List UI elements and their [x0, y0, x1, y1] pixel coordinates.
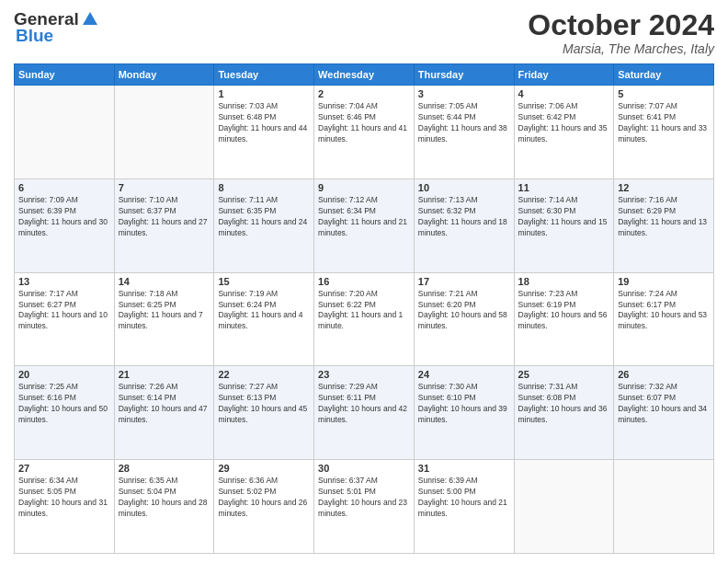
table-row: 21Sunrise: 7:26 AM Sunset: 6:14 PM Dayli…	[114, 366, 214, 460]
day-number: 5	[618, 88, 710, 99]
day-number: 4	[518, 88, 610, 99]
table-row: 31Sunrise: 6:39 AM Sunset: 5:00 PM Dayli…	[414, 460, 514, 554]
day-number: 31	[418, 463, 510, 474]
table-row: 25Sunrise: 7:31 AM Sunset: 6:08 PM Dayli…	[514, 366, 614, 460]
day-number: 19	[618, 276, 710, 287]
table-row: 28Sunrise: 6:35 AM Sunset: 5:04 PM Dayli…	[114, 460, 214, 554]
day-number: 24	[418, 369, 510, 380]
col-sunday: Sunday	[15, 64, 115, 86]
page: General Blue October 2024 Marsia, The Ma…	[0, 0, 728, 563]
day-number: 2	[318, 88, 410, 99]
table-row: 11Sunrise: 7:14 AM Sunset: 6:30 PM Dayli…	[514, 178, 614, 272]
day-info: Sunrise: 7:16 AM Sunset: 6:29 PM Dayligh…	[618, 195, 710, 239]
table-row: 24Sunrise: 7:30 AM Sunset: 6:10 PM Dayli…	[414, 366, 514, 460]
table-row: 12Sunrise: 7:16 AM Sunset: 6:29 PM Dayli…	[614, 178, 714, 272]
title-section: October 2024 Marsia, The Marches, Italy	[528, 9, 714, 56]
table-row: 9Sunrise: 7:12 AM Sunset: 6:34 PM Daylig…	[314, 178, 415, 272]
logo: General Blue	[14, 9, 99, 46]
table-row: 18Sunrise: 7:23 AM Sunset: 6:19 PM Dayli…	[514, 272, 614, 366]
day-info: Sunrise: 6:34 AM Sunset: 5:05 PM Dayligh…	[18, 476, 110, 520]
day-info: Sunrise: 7:10 AM Sunset: 6:37 PM Dayligh…	[119, 195, 210, 239]
logo-blue: Blue	[16, 26, 53, 46]
col-thursday: Thursday	[414, 64, 514, 86]
day-number: 16	[318, 276, 410, 287]
table-row: 19Sunrise: 7:24 AM Sunset: 6:17 PM Dayli…	[614, 272, 714, 366]
calendar-header-row: Sunday Monday Tuesday Wednesday Thursday…	[15, 64, 714, 86]
calendar-week-row: 13Sunrise: 7:17 AM Sunset: 6:27 PM Dayli…	[15, 272, 714, 366]
calendar-week-row: 1Sunrise: 7:03 AM Sunset: 6:48 PM Daylig…	[15, 86, 714, 179]
table-row: 30Sunrise: 6:37 AM Sunset: 5:01 PM Dayli…	[314, 460, 415, 554]
col-saturday: Saturday	[614, 64, 714, 86]
day-number: 12	[618, 182, 710, 193]
day-info: Sunrise: 7:05 AM Sunset: 6:44 PM Dayligh…	[418, 101, 510, 145]
table-row: 3Sunrise: 7:05 AM Sunset: 6:44 PM Daylig…	[414, 86, 514, 179]
day-number: 1	[218, 88, 310, 99]
day-number: 15	[218, 276, 310, 287]
day-number: 17	[418, 276, 510, 287]
day-number: 25	[518, 369, 610, 380]
table-row: 27Sunrise: 6:34 AM Sunset: 5:05 PM Dayli…	[15, 460, 115, 554]
table-row: 13Sunrise: 7:17 AM Sunset: 6:27 PM Dayli…	[15, 272, 115, 366]
table-row: 17Sunrise: 7:21 AM Sunset: 6:20 PM Dayli…	[414, 272, 514, 366]
col-wednesday: Wednesday	[314, 64, 415, 86]
table-row: 6Sunrise: 7:09 AM Sunset: 6:39 PM Daylig…	[15, 178, 115, 272]
day-number: 23	[318, 369, 410, 380]
day-number: 18	[518, 276, 610, 287]
table-row	[114, 86, 214, 179]
day-number: 29	[218, 463, 310, 474]
day-info: Sunrise: 7:18 AM Sunset: 6:25 PM Dayligh…	[119, 289, 210, 333]
day-info: Sunrise: 7:25 AM Sunset: 6:16 PM Dayligh…	[18, 382, 110, 426]
day-info: Sunrise: 7:14 AM Sunset: 6:30 PM Dayligh…	[518, 195, 610, 239]
col-tuesday: Tuesday	[214, 64, 314, 86]
day-number: 10	[418, 182, 510, 193]
table-row: 1Sunrise: 7:03 AM Sunset: 6:48 PM Daylig…	[214, 86, 314, 179]
day-info: Sunrise: 7:09 AM Sunset: 6:39 PM Dayligh…	[18, 195, 110, 239]
month-title: October 2024	[528, 9, 714, 41]
day-number: 14	[119, 276, 210, 287]
day-info: Sunrise: 7:29 AM Sunset: 6:11 PM Dayligh…	[318, 382, 410, 426]
table-row: 5Sunrise: 7:07 AM Sunset: 6:41 PM Daylig…	[614, 86, 714, 179]
day-info: Sunrise: 7:07 AM Sunset: 6:41 PM Dayligh…	[618, 101, 710, 145]
svg-marker-0	[83, 12, 97, 25]
table-row: 10Sunrise: 7:13 AM Sunset: 6:32 PM Dayli…	[414, 178, 514, 272]
day-info: Sunrise: 7:17 AM Sunset: 6:27 PM Dayligh…	[18, 289, 110, 333]
location: Marsia, The Marches, Italy	[528, 41, 714, 56]
table-row: 8Sunrise: 7:11 AM Sunset: 6:35 PM Daylig…	[214, 178, 314, 272]
day-info: Sunrise: 7:30 AM Sunset: 6:10 PM Dayligh…	[418, 382, 510, 426]
day-info: Sunrise: 7:32 AM Sunset: 6:07 PM Dayligh…	[618, 382, 710, 426]
day-info: Sunrise: 6:37 AM Sunset: 5:01 PM Dayligh…	[318, 476, 410, 520]
day-number: 3	[418, 88, 510, 99]
day-number: 21	[119, 369, 210, 380]
day-info: Sunrise: 7:31 AM Sunset: 6:08 PM Dayligh…	[518, 382, 610, 426]
table-row: 15Sunrise: 7:19 AM Sunset: 6:24 PM Dayli…	[214, 272, 314, 366]
table-row: 2Sunrise: 7:04 AM Sunset: 6:46 PM Daylig…	[314, 86, 415, 179]
logo-icon	[81, 10, 99, 29]
day-info: Sunrise: 7:23 AM Sunset: 6:19 PM Dayligh…	[518, 289, 610, 333]
calendar-week-row: 27Sunrise: 6:34 AM Sunset: 5:05 PM Dayli…	[15, 460, 714, 554]
table-row	[614, 460, 714, 554]
calendar-table: Sunday Monday Tuesday Wednesday Thursday…	[14, 63, 714, 554]
day-number: 20	[18, 369, 110, 380]
day-info: Sunrise: 6:36 AM Sunset: 5:02 PM Dayligh…	[218, 476, 310, 520]
day-info: Sunrise: 7:21 AM Sunset: 6:20 PM Dayligh…	[418, 289, 510, 333]
day-number: 13	[18, 276, 110, 287]
day-info: Sunrise: 7:06 AM Sunset: 6:42 PM Dayligh…	[518, 101, 610, 145]
day-number: 26	[618, 369, 710, 380]
day-info: Sunrise: 7:26 AM Sunset: 6:14 PM Dayligh…	[119, 382, 210, 426]
day-info: Sunrise: 7:24 AM Sunset: 6:17 PM Dayligh…	[618, 289, 710, 333]
day-number: 8	[218, 182, 310, 193]
day-number: 6	[18, 182, 110, 193]
day-info: Sunrise: 7:04 AM Sunset: 6:46 PM Dayligh…	[318, 101, 410, 145]
table-row: 26Sunrise: 7:32 AM Sunset: 6:07 PM Dayli…	[614, 366, 714, 460]
calendar-week-row: 20Sunrise: 7:25 AM Sunset: 6:16 PM Dayli…	[15, 366, 714, 460]
table-row: 29Sunrise: 6:36 AM Sunset: 5:02 PM Dayli…	[214, 460, 314, 554]
table-row: 20Sunrise: 7:25 AM Sunset: 6:16 PM Dayli…	[15, 366, 115, 460]
day-info: Sunrise: 7:13 AM Sunset: 6:32 PM Dayligh…	[418, 195, 510, 239]
calendar-week-row: 6Sunrise: 7:09 AM Sunset: 6:39 PM Daylig…	[15, 178, 714, 272]
day-number: 28	[119, 463, 210, 474]
table-row: 16Sunrise: 7:20 AM Sunset: 6:22 PM Dayli…	[314, 272, 415, 366]
table-row	[514, 460, 614, 554]
col-monday: Monday	[114, 64, 214, 86]
day-number: 11	[518, 182, 610, 193]
table-row: 23Sunrise: 7:29 AM Sunset: 6:11 PM Dayli…	[314, 366, 415, 460]
